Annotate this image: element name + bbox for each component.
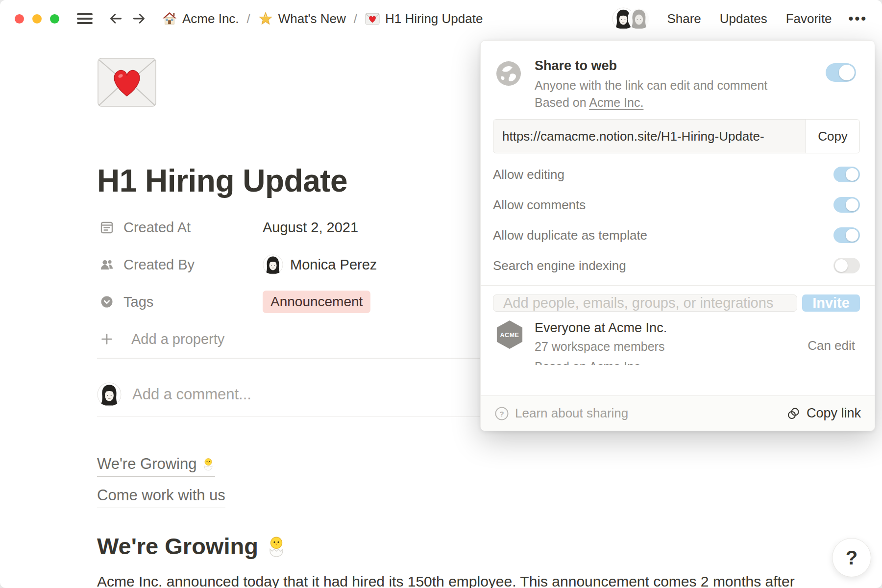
property-label: Created By [123,257,263,273]
collaborator-avatar [628,7,650,30]
based-on-workspace-link[interactable]: Acme Inc. [589,96,643,109]
calendar-icon [99,220,116,235]
svg-text:?: ? [499,409,504,417]
globe-icon [495,60,522,87]
based-on-prefix: Based on [535,96,587,109]
workspace-group-row[interactable]: ACME Everyone at Acme Inc. 27 workspace … [495,319,855,365]
question-circle-icon: ? [494,406,509,421]
forward-button[interactable] [131,10,147,27]
page-link-come-work-with-us[interactable]: Come work with us [97,487,225,508]
permission-toggles: Allow editing Allow comments Allow dupli… [493,159,860,281]
close-window-button[interactable] [15,14,24,24]
allow-duplicate-row: Allow duplicate as template [493,220,860,250]
zoom-window-button[interactable] [50,14,59,24]
hatching-chick-icon [265,535,288,558]
page-link-were-growing[interactable]: We're Growing [97,455,215,477]
based-on-line: Based on Acme Inc. [535,94,816,111]
plus-icon [99,332,116,346]
invite-row: Add people, emails, groups, or integrati… [493,294,860,312]
add-property-label: Add a property [131,331,224,347]
property-value-date: August 2, 2021 [263,220,358,236]
page-link-blocks: We're Growing Come work with us [97,455,813,508]
breadcrumb-separator: / [354,11,357,26]
add-comment-input[interactable]: Add a comment... [132,386,251,403]
group-permission-select[interactable]: Can edit [808,338,855,353]
minimize-window-button[interactable] [32,14,42,24]
allow-editing-toggle[interactable] [833,167,860,182]
tag-announcement[interactable]: Announcement [263,291,370,313]
arrow-left-icon [108,11,123,26]
svg-text:ACME: ACME [500,332,519,339]
breadcrumb-label: What's New [278,11,346,26]
search-indexing-row: Search engine indexing [493,250,860,281]
search-indexing-toggle[interactable] [833,258,860,273]
group-info: Everyone at Acme Inc. 27 workspace membe… [535,319,667,365]
share-url-input[interactable]: https://camacme.notion.site/H1-Hiring-Up… [493,120,806,153]
menu-icon[interactable] [77,13,93,24]
allow-comments-toggle[interactable] [833,197,860,213]
share-popover: Share to web Anyone with the link can ed… [480,40,875,431]
search-indexing-label: Search engine indexing [493,258,626,273]
topbar: Acme Inc. / What's New / H1 Hiring Updat… [0,0,882,37]
heading-were-growing[interactable]: We're Growing [97,533,813,560]
copy-link-button[interactable]: Copy link [786,406,861,421]
property-value-tag: Announcement [263,291,370,313]
popover-footer: ? Learn about sharing Copy link [481,395,875,431]
notion-window: Acme Inc. / What's New / H1 Hiring Updat… [0,0,882,588]
learn-about-sharing-link[interactable]: ? Learn about sharing [494,406,628,421]
popover-divider [481,285,875,286]
share-to-web-subtitle: Anyone with the link can edit and commen… [535,77,816,94]
breadcrumb: Acme Inc. / What's New / H1 Hiring Updat… [159,9,486,28]
allow-comments-label: Allow comments [493,197,586,213]
group-name: Everyone at Acme Inc. [535,320,667,336]
property-label: Tags [123,294,263,310]
allow-comments-row: Allow comments [493,190,860,220]
allow-editing-row: Allow editing [493,159,860,190]
people-icon [99,257,116,272]
back-button[interactable] [107,10,124,27]
property-label: Created At [123,220,263,236]
person-avatar [263,254,283,275]
body-paragraph[interactable]: Acme Inc. announced today that it had hi… [97,571,813,588]
hatching-chick-icon [201,457,215,471]
acme-logo: ACME [495,319,524,350]
current-user-avatar [97,382,122,407]
page-icon-love-letter[interactable] [97,55,157,110]
more-options-icon[interactable]: ••• [849,11,867,26]
copy-link-label: Copy link [807,406,861,421]
breadcrumb-label: Acme Inc. [182,11,239,26]
person-name: Monica Perez [290,257,377,273]
share-to-web-title: Share to web [535,57,816,74]
breadcrumb-item-workspace[interactable]: Acme Inc. [159,9,242,28]
share-url-row: https://camacme.notion.site/H1-Hiring-Up… [493,119,860,153]
learn-about-sharing-label: Learn about sharing [515,406,628,421]
page-link-label: We're Growing [97,455,196,473]
share-to-web-toggle[interactable] [826,63,856,82]
select-icon [99,294,116,309]
group-clipped-line: Based on Acme Inc. [535,360,667,365]
help-button[interactable]: ? [832,538,871,577]
breadcrumb-item-whats-new[interactable]: What's New [255,9,349,28]
home-icon [162,11,177,26]
page-link-label: Come work with us [97,487,225,504]
breadcrumb-separator: / [247,11,250,26]
love-letter-icon [365,12,380,25]
copy-url-button[interactable]: Copy [806,120,859,153]
copy-link-icon [786,406,801,421]
window-controls [15,14,59,24]
updates-button[interactable]: Updates [720,11,767,26]
share-button[interactable]: Share [667,11,701,26]
breadcrumb-item-current-page[interactable]: H1 Hiring Update [362,9,486,28]
invite-input[interactable]: Add people, emails, groups, or integrati… [493,294,797,312]
allow-editing-label: Allow editing [493,167,564,182]
favorite-button[interactable]: Favorite [786,11,832,26]
property-value-person: Monica Perez [263,254,377,275]
allow-duplicate-toggle[interactable] [833,227,860,243]
topbar-actions: Share Updates Favorite ••• [612,7,867,30]
share-to-web-section: Share to web Anyone with the link can ed… [481,41,875,111]
heading-label: We're Growing [97,533,258,560]
avatar-stack[interactable] [612,7,650,30]
breadcrumb-label: H1 Hiring Update [385,11,483,26]
star-icon [258,11,273,26]
invite-button[interactable]: Invite [802,294,860,312]
